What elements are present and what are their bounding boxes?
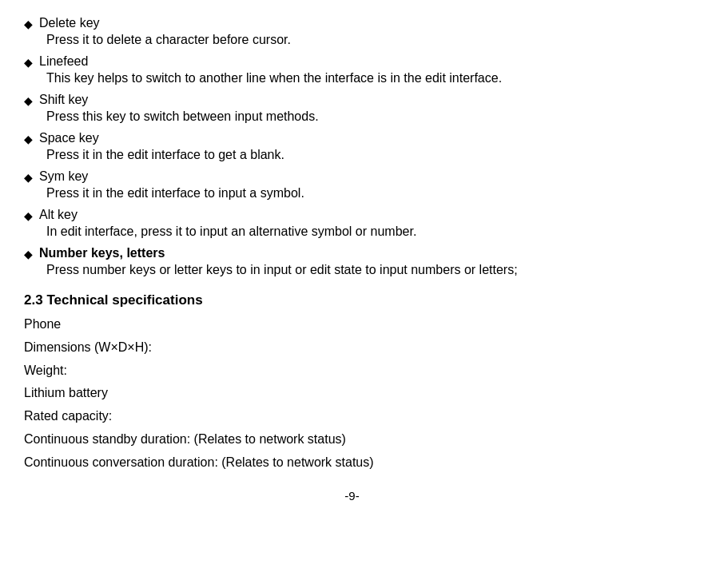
bullet-diamond-6: ◆ — [24, 248, 33, 260]
section-title: Technical specifications — [46, 292, 202, 308]
bullet-desc-5: In edit interface, press it to input an … — [46, 222, 680, 241]
spec-line-1: Dimensions (W×D×H): — [24, 336, 680, 360]
bullet-title-6: Number keys, letters — [39, 246, 165, 260]
bullet-diamond-3: ◆ — [24, 133, 33, 145]
spec-line-2: Weight: — [24, 360, 680, 383]
specs-block: PhoneDimensions (W×D×H):Weight:Lithium b… — [24, 313, 680, 475]
bullet-item-4: ◆Sym keyPress it in the edit interface t… — [24, 169, 680, 203]
spec-line-4: Rated capacity: — [24, 405, 680, 428]
bullet-list: ◆Delete keyPress it to delete a characte… — [24, 16, 680, 284]
bullet-title-0: Delete key — [39, 16, 100, 30]
bullet-item-6: ◆Number keys, lettersPress number keys o… — [24, 246, 680, 280]
bullet-item-2: ◆Shift keyPress this key to switch betwe… — [24, 93, 680, 126]
bullet-item-3: ◆Space keyPress it in the edit interface… — [24, 131, 680, 165]
bullet-desc-3: Press it in the edit interface to get a … — [46, 145, 680, 165]
bullet-item-5: ◆Alt keyIn edit interface, press it to i… — [24, 208, 680, 241]
bullet-desc-1: This key helps to switch to another line… — [46, 69, 680, 88]
spec-line-6: Continuous conversation duration: (Relat… — [24, 451, 680, 475]
bullet-title-3: Space key — [39, 131, 99, 145]
bullet-diamond-0: ◆ — [24, 18, 33, 30]
bullet-title-1: Linefeed — [39, 54, 88, 69]
bullet-diamond-1: ◆ — [24, 56, 33, 69]
bullet-desc-4: Press it in the edit interface to input … — [46, 184, 680, 203]
section-heading: 2.3 Technical specifications — [24, 292, 680, 308]
bullet-item-0: ◆Delete keyPress it to delete a characte… — [24, 16, 680, 50]
spec-line-3: Lithium battery — [24, 382, 680, 405]
bullet-item-1: ◆LinefeedThis key helps to switch to ano… — [24, 54, 680, 88]
page-number: -9- — [24, 489, 680, 503]
bullet-diamond-5: ◆ — [24, 209, 33, 222]
bullet-desc-2: Press this key to switch between input m… — [46, 107, 680, 126]
bullet-title-5: Alt key — [39, 208, 78, 222]
bullet-title-4: Sym key — [39, 169, 88, 184]
section-number: 2.3 — [24, 292, 43, 308]
bullet-desc-0: Press it to delete a character before cu… — [46, 30, 680, 50]
spec-line-0: Phone — [24, 313, 680, 336]
spec-line-5: Continuous standby duration: (Relates to… — [24, 428, 680, 451]
bullet-diamond-4: ◆ — [24, 171, 33, 184]
bullet-desc-6: Press number keys or letter keys to in i… — [46, 260, 680, 280]
bullet-title-2: Shift key — [39, 93, 88, 107]
bullet-diamond-2: ◆ — [24, 94, 33, 107]
